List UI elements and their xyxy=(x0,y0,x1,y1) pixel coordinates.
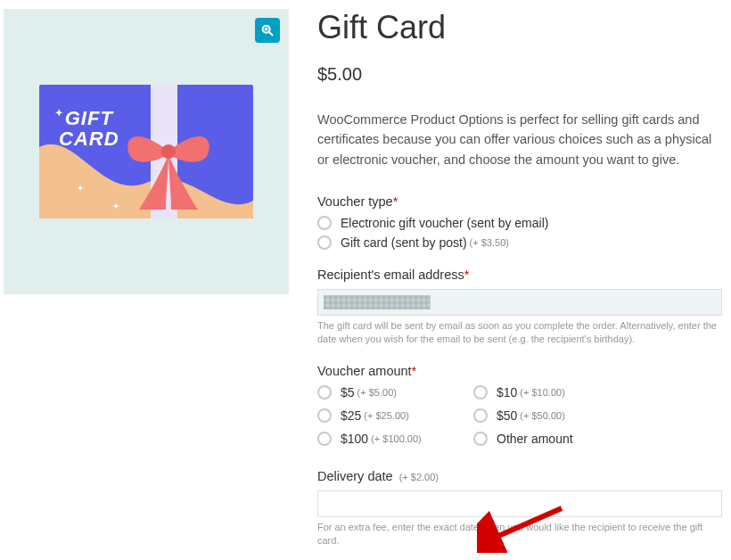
amount-option-25[interactable]: $25(+ $25.00) xyxy=(317,408,464,423)
radio-icon xyxy=(317,385,332,399)
svg-point-5 xyxy=(161,144,176,159)
zoom-icon[interactable] xyxy=(255,18,280,43)
delivery-date-input[interactable] xyxy=(317,490,722,517)
amount-option-100[interactable]: $100(+ $100.00) xyxy=(317,432,464,446)
redacted-text xyxy=(324,295,431,309)
gift-card-image-text: GIFT CARD xyxy=(59,108,119,149)
delivery-helper-text: For an extra fee, enter the exact date w… xyxy=(317,521,722,548)
email-label: Recipient's email address* xyxy=(317,268,722,282)
radio-icon xyxy=(473,432,488,446)
radio-icon xyxy=(317,408,332,423)
gift-card-image[interactable]: GIFT CARD xyxy=(39,85,253,218)
svg-line-1 xyxy=(269,32,273,36)
radio-icon xyxy=(317,216,332,230)
voucher-type-option-post[interactable]: Gift card (sent by post) (+ $3.50) xyxy=(317,235,722,250)
amount-label: Voucher amount* xyxy=(317,364,722,378)
radio-icon xyxy=(473,385,488,399)
voucher-type-option-electronic[interactable]: Electronic gift voucher (sent by email) xyxy=(317,216,722,230)
product-description: WooCommerce Product Options is perfect f… xyxy=(317,110,722,169)
recipient-email-input[interactable] xyxy=(317,289,722,316)
radio-icon xyxy=(473,408,488,423)
amount-option-50[interactable]: $50(+ $50.00) xyxy=(473,408,620,423)
radio-icon xyxy=(317,432,332,446)
delivery-date-label: Delivery date (+ $2.00) xyxy=(317,469,722,483)
amount-option-10[interactable]: $10(+ $10.00) xyxy=(473,385,620,399)
product-price: $5.00 xyxy=(317,64,722,85)
product-image-panel: GIFT CARD xyxy=(4,9,289,294)
product-title: Gift Card xyxy=(317,9,722,46)
amount-option-5[interactable]: $5(+ $5.00) xyxy=(317,385,464,399)
radio-icon xyxy=(317,235,332,250)
email-helper-text: The gift card will be sent by email as s… xyxy=(317,319,722,346)
amount-option-other[interactable]: Other amount xyxy=(473,432,620,446)
voucher-type-label: Voucher type* xyxy=(317,194,722,209)
